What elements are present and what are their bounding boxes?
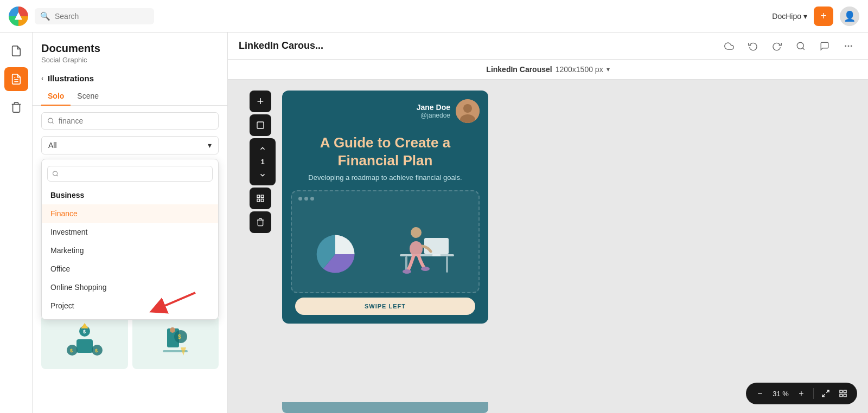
card-header: Jane Doe @janedoe — [282, 91, 488, 127]
panel-search[interactable] — [41, 112, 219, 130]
sidebar-item-text[interactable] — [4, 67, 28, 91]
svg-line-44 — [826, 390, 829, 393]
sidebar-item-trash[interactable] — [4, 95, 28, 119]
svg-rect-28 — [257, 195, 260, 198]
panel-title: Documents — [41, 42, 219, 55]
comment-button[interactable] — [816, 37, 833, 55]
global-search[interactable]: 🔍 — [35, 8, 154, 24]
dropdown-popup: Business Finance Investment Marketing Of… — [41, 159, 219, 320]
dropdown-search-input[interactable] — [62, 170, 208, 178]
page-number: 1 — [260, 157, 264, 167]
dropdown-trigger[interactable]: All ▾ — [41, 136, 219, 154]
illustration-pie-chart — [314, 233, 357, 276]
zoom-value: 31 % — [770, 390, 792, 398]
dropdown-item-project[interactable]: Project — [42, 296, 218, 315]
dropdown-item-office[interactable]: Office — [42, 260, 218, 278]
canvas-content: + 1 — [228, 80, 868, 413]
dropdown-item-business[interactable]: Business — [42, 186, 218, 204]
svg-line-45 — [822, 394, 825, 397]
canvas-toolbar-right — [720, 37, 857, 55]
linkedin-card[interactable]: Jane Doe @janedoe A Guide to Create a Fi… — [282, 91, 488, 324]
tab-solo[interactable]: Solo — [41, 87, 71, 106]
image-grid: $ $ $ $ — [33, 311, 227, 373]
redo-button[interactable] — [768, 37, 786, 55]
create-new-button[interactable]: + — [814, 7, 833, 26]
delete-button[interactable] — [250, 211, 271, 233]
zoom-out-button[interactable]: − — [752, 386, 768, 401]
canvas-toolbar: LinkedIn Carous... — [228, 33, 868, 60]
svg-rect-29 — [261, 195, 264, 198]
dropdown-item-investment[interactable]: Investment — [42, 223, 218, 241]
card-illustration — [291, 190, 480, 293]
tab-scene[interactable]: Scene — [71, 87, 105, 106]
canvas-title: LinkedIn Carous... — [239, 40, 323, 51]
card-user-info: Jane Doe @janedoe — [417, 103, 450, 119]
svg-rect-47 — [844, 390, 846, 393]
floating-toolbar: + 1 — [250, 91, 276, 233]
sidebar-item-documents[interactable] — [4, 39, 28, 63]
card-subtitle: Developing a roadmap to achieve financia… — [282, 173, 488, 190]
svg-point-22 — [797, 42, 803, 49]
page-down-button[interactable] — [252, 167, 273, 183]
card-avatar — [456, 99, 480, 123]
cloud-save-button[interactable] — [720, 37, 738, 55]
svg-text:$: $ — [83, 329, 86, 334]
search-canvas-button[interactable] — [792, 37, 809, 55]
zoom-grid-button[interactable] — [835, 386, 851, 401]
svg-rect-38 — [424, 238, 449, 254]
workspace-label: DocHipo — [772, 12, 801, 21]
illustration-dots — [298, 197, 314, 201]
dropdown-container: All ▾ Business Finance Investment — [41, 136, 219, 154]
add-element-button[interactable]: + — [250, 91, 271, 112]
zoom-bar: − 31 % + — [746, 383, 857, 404]
svg-rect-31 — [261, 199, 264, 202]
search-icon: 🔍 — [40, 11, 50, 21]
page-up-button[interactable] — [252, 140, 273, 157]
image-tile-2[interactable]: $ — [132, 315, 219, 369]
card-swipe-label: SWIPE LEFT — [295, 298, 475, 315]
panel-search-input[interactable] — [59, 117, 213, 125]
workspace-selector[interactable]: DocHipo ▾ — [772, 12, 807, 21]
card-main-title: A Guide to Create a Financial Plan — [282, 127, 488, 173]
svg-rect-35 — [400, 254, 454, 256]
zoom-fit-button[interactable] — [818, 386, 833, 401]
page-nav: 1 — [250, 138, 276, 185]
illustration-person — [397, 216, 457, 281]
svg-rect-30 — [257, 199, 260, 202]
undo-button[interactable] — [744, 37, 762, 55]
chevron-down-icon: ▾ — [803, 12, 807, 21]
svg-point-4 — [53, 171, 58, 176]
icon-sidebar — [0, 33, 33, 413]
dropdown-item-finance[interactable]: Finance — [42, 204, 218, 223]
search-input[interactable] — [55, 12, 149, 21]
dropdown-item-marketing[interactable]: Marketing — [42, 241, 218, 260]
grid-button[interactable] — [250, 188, 271, 209]
panel-sidebar: Documents Social Graphic ‹ Illustrations… — [33, 33, 228, 413]
doctype-chevron-icon[interactable]: ▾ — [607, 66, 610, 73]
svg-line-23 — [802, 48, 804, 49]
illustrations-header[interactable]: ‹ Illustrations — [33, 67, 227, 87]
svg-point-2 — [48, 118, 53, 123]
doctype-label: LinkedIn Carousel — [486, 65, 552, 74]
svg-point-42 — [403, 269, 411, 274]
resize-button[interactable] — [250, 114, 271, 136]
dropdown-search[interactable] — [47, 166, 213, 182]
svg-rect-27 — [257, 122, 264, 128]
panel-header: Documents Social Graphic — [33, 33, 227, 67]
chevron-down-icon: ▾ — [208, 141, 212, 150]
avatar[interactable]: 👤 — [840, 7, 859, 26]
panel-subtitle: Social Graphic — [41, 56, 219, 64]
image-tile-1[interactable]: $ $ $ — [41, 315, 128, 369]
svg-rect-49 — [844, 394, 846, 397]
svg-text:$: $ — [178, 334, 181, 340]
canvas-doctype-bar: LinkedIn Carousel 1200x1500 px ▾ — [228, 60, 868, 80]
svg-point-40 — [411, 227, 422, 238]
svg-point-25 — [851, 46, 852, 47]
svg-point-33 — [463, 104, 472, 113]
dropdown-item-online-shopping[interactable]: Online Shopping — [42, 278, 218, 296]
svg-point-43 — [421, 267, 430, 271]
app-logo[interactable] — [9, 7, 28, 26]
zoom-in-button[interactable]: + — [794, 386, 809, 401]
more-options-button[interactable] — [840, 37, 857, 55]
doctype-size: 1200x1500 px — [556, 65, 603, 74]
